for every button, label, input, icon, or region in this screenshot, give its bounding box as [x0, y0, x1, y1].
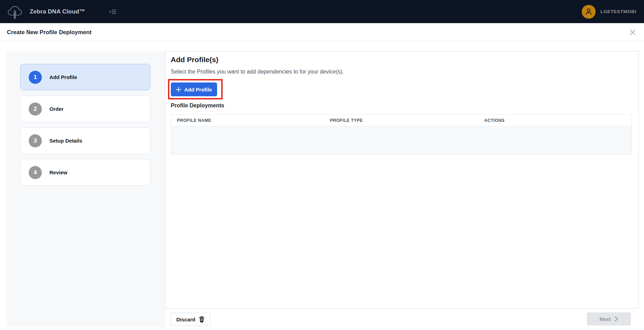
plus-icon [176, 87, 181, 92]
dna-cloud-logo-icon [6, 2, 24, 21]
step-number-badge: 4 [29, 166, 42, 179]
step-label: Order [49, 106, 64, 112]
column-header-actions: ACTIONS [484, 118, 632, 123]
delete-forever-icon [199, 316, 205, 322]
step-label: Review [49, 169, 67, 175]
stepper-item-add-profile[interactable]: 1 Add Profile [20, 64, 150, 90]
page-title: Create New Profile Deployment [7, 29, 92, 36]
user-menu[interactable]: LGETESTMOBI [582, 5, 636, 19]
step-number-badge: 1 [29, 71, 42, 84]
menu-collapse-button[interactable] [106, 6, 118, 18]
profile-deployments-table: PROFILE NAME PROFILE TYPE ACTIONS [171, 114, 632, 155]
stepper-item-order[interactable]: 2 Order [20, 96, 150, 122]
discard-button[interactable]: Discard [170, 313, 211, 326]
discard-button-label: Discard [176, 317, 195, 322]
app-title: Zebra DNA Cloud™ [30, 8, 85, 15]
next-button-label: Next [599, 316, 611, 322]
next-button[interactable]: Next [587, 312, 631, 326]
person-icon [584, 7, 593, 16]
step-label: Add Profile [49, 74, 77, 80]
step-number-badge: 2 [29, 103, 42, 116]
column-header-profile-name: PROFILE NAME [171, 118, 330, 123]
stepper-panel: 1 Add Profile 2 Order 3 Setup Details 4 … [6, 51, 165, 327]
page-title-bar: Create New Profile Deployment [0, 23, 644, 41]
section-subheading: Select the Profiles you want to add depe… [171, 69, 344, 75]
table-header-row: PROFILE NAME PROFILE TYPE ACTIONS [171, 115, 632, 126]
profile-deployments-label: Profile Deployments [171, 103, 224, 109]
app-header: Zebra DNA Cloud™ LGETESTMOBI [0, 0, 644, 23]
section-heading: Add Profile(s) [171, 56, 218, 64]
add-profile-button-label: Add Profile [184, 87, 212, 93]
stepper-item-review[interactable]: 4 Review [20, 159, 150, 186]
add-profile-button[interactable]: Add Profile [171, 82, 217, 96]
table-empty-body [171, 126, 632, 154]
close-button[interactable] [628, 28, 637, 37]
column-header-profile-type: PROFILE TYPE [330, 118, 484, 123]
step-number-badge: 3 [29, 134, 42, 147]
user-name-label: LGETESTMOBI [600, 9, 636, 14]
close-icon [629, 29, 636, 36]
stepper-item-setup-details[interactable]: 3 Setup Details [20, 127, 150, 154]
menu-collapse-icon [108, 7, 117, 17]
main-panel: Add Profile(s) Select the Profiles you w… [165, 51, 639, 309]
chevron-right-icon [614, 316, 618, 322]
step-label: Setup Details [49, 138, 82, 144]
user-avatar[interactable] [582, 5, 596, 19]
